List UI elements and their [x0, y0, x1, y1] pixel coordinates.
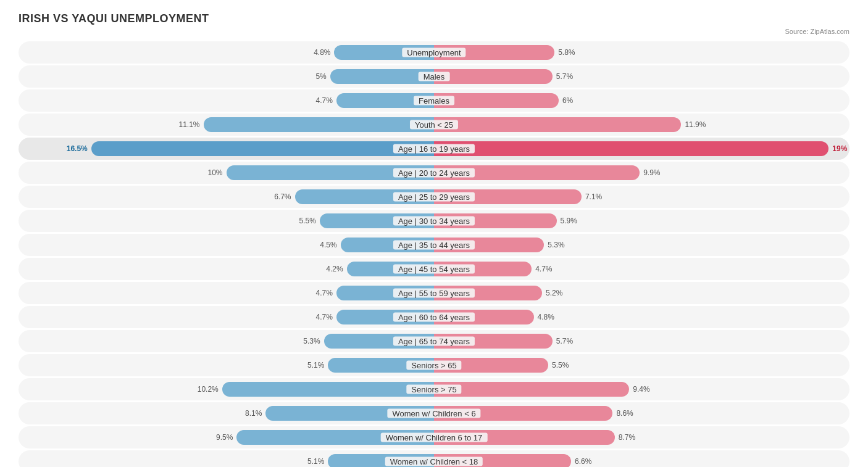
row-label: Females: [414, 96, 454, 105]
bar-row: 10%9.9%Age | 20 to 24 years: [19, 162, 849, 184]
value-yaqui: 5.8%: [558, 48, 575, 57]
value-yaqui: 5.7%: [556, 72, 573, 81]
bar-row: 4.7%4.8%Age | 60 to 64 years: [19, 306, 849, 328]
bar-irish: [91, 141, 434, 156]
bar-row: 5.1%5.5%Seniors > 65: [19, 354, 849, 376]
value-irish: 5.5%: [299, 217, 316, 225]
row-label: Age | 30 to 34 years: [393, 217, 475, 226]
bar-row: 4.7%6%Females: [19, 89, 849, 112]
bar-irish: [222, 382, 434, 397]
row-label: Seniors > 75: [406, 385, 461, 394]
value-yaqui: 11.9%: [685, 120, 706, 129]
bar-row: 5.1%6.6%Women w/ Children < 18: [19, 450, 849, 467]
row-label: Age | 45 to 54 years: [393, 265, 475, 274]
value-yaqui: 19%: [832, 144, 847, 153]
bar-row: 4.7%5.2%Age | 55 to 59 years: [19, 282, 849, 304]
value-irish: 5.1%: [307, 361, 324, 370]
value-yaqui: 4.7%: [535, 265, 552, 273]
bar-irish: [204, 117, 435, 132]
bar-row: 5%5.7%Males: [19, 65, 849, 88]
value-yaqui: 8.7%: [619, 433, 635, 442]
row-label: Age | 65 to 74 years: [393, 337, 475, 346]
value-yaqui: 6.6%: [575, 457, 591, 466]
value-yaqui: 5.9%: [561, 217, 577, 225]
bar-row: 10.2%9.4%Seniors > 75: [19, 378, 849, 400]
row-label: Age | 35 to 44 years: [393, 241, 475, 250]
row-label: Women w/ Children 6 to 17: [381, 433, 488, 442]
bar-yaqui: [434, 141, 828, 156]
value-irish: 4.8%: [314, 48, 330, 57]
bar-row: 4.8%5.8%Unemployment: [19, 41, 849, 64]
value-yaqui: 5.2%: [546, 289, 562, 297]
row-label: Youth < 25: [410, 120, 458, 130]
value-irish: 16.5%: [67, 144, 88, 153]
value-yaqui: 7.1%: [585, 192, 602, 201]
bar-row: 4.5%5.3%Age | 35 to 44 years: [19, 234, 849, 256]
value-yaqui: 6%: [562, 96, 573, 105]
row-label: Age | 60 to 64 years: [393, 313, 475, 322]
value-irish: 4.7%: [316, 289, 333, 297]
bar-row: 5.3%5.7%Age | 65 to 74 years: [19, 330, 849, 352]
value-irish: 5.3%: [303, 337, 320, 345]
bar-row: 9.5%8.7%Women w/ Children 6 to 17: [19, 426, 849, 448]
value-irish: 6.7%: [274, 192, 291, 201]
value-irish: 10.2%: [198, 385, 219, 394]
row-label: Women w/ Children < 18: [385, 457, 483, 466]
value-irish: 10%: [207, 168, 222, 177]
value-yaqui: 8.6%: [616, 409, 633, 418]
value-irish: 4.5%: [320, 241, 336, 249]
row-label: Age | 55 to 59 years: [393, 289, 475, 298]
value-irish: 4.7%: [316, 313, 333, 321]
value-yaqui: 9.9%: [643, 168, 660, 177]
row-label: Seniors > 65: [406, 361, 461, 370]
bar-row: 6.7%7.1%Age | 25 to 29 years: [19, 186, 849, 208]
value-irish: 4.2%: [326, 265, 343, 273]
bar-row: 4.2%4.7%Age | 45 to 54 years: [19, 258, 849, 280]
value-yaqui: 4.8%: [538, 313, 554, 321]
bar-row: 16.5%19%Age | 16 to 19 years: [19, 138, 849, 160]
bar-row: 8.1%8.6%Women w/ Children < 6: [19, 402, 849, 424]
value-yaqui: 9.4%: [633, 385, 649, 394]
row-label: Unemployment: [402, 48, 465, 57]
row-label: Women w/ Children < 6: [387, 409, 480, 418]
value-yaqui: 5.7%: [556, 337, 573, 345]
row-label: Age | 16 to 19 years: [393, 144, 475, 154]
row-label: Age | 20 to 24 years: [393, 168, 475, 178]
bar-row: 5.5%5.9%Age | 30 to 34 years: [19, 210, 849, 232]
chart-title: IRISH VS YAQUI UNEMPLOYMENT: [19, 12, 849, 25]
source-label: Source: ZipAtlas.com: [19, 28, 849, 35]
value-irish: 11.1%: [178, 120, 199, 129]
value-yaqui: 5.3%: [548, 241, 564, 249]
value-irish: 8.1%: [245, 409, 262, 418]
bar-yaqui: [434, 69, 553, 84]
value-irish: 4.7%: [316, 96, 333, 105]
row-label: Age | 25 to 29 years: [393, 192, 475, 202]
value-irish: 5.1%: [307, 457, 324, 466]
bar-row: 11.1%11.9%Youth < 25: [19, 114, 849, 136]
chart-area: 4.8%5.8%Unemployment5%5.7%Males4.7%6%Fem…: [19, 41, 849, 467]
bar-yaqui: [434, 382, 629, 397]
value-irish: 9.5%: [216, 433, 233, 442]
value-yaqui: 5.5%: [552, 361, 569, 370]
value-irish: 5%: [315, 72, 326, 81]
row-label: Males: [419, 72, 450, 81]
bar-yaqui: [434, 117, 681, 132]
